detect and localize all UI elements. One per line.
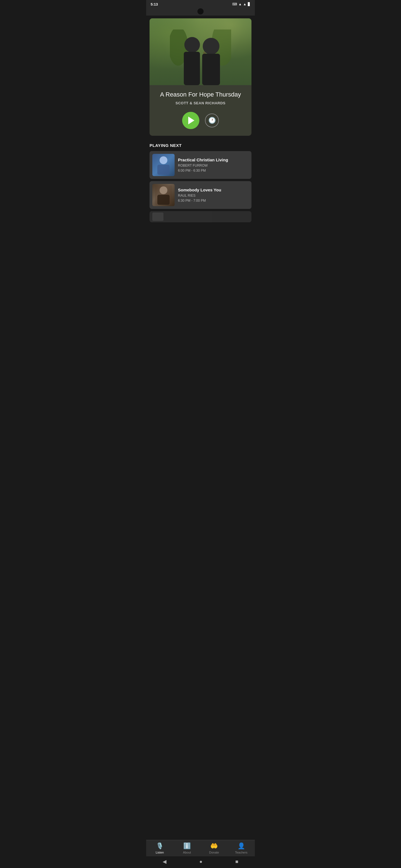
- play-button[interactable]: [182, 112, 199, 129]
- program-time-2: 6:30 PM - 7:00 PM: [178, 199, 249, 203]
- partial-thumb: [152, 213, 164, 221]
- svg-point-3: [184, 37, 200, 53]
- keyboard-icon: ⌨: [232, 2, 237, 6]
- ries-silhouette: [155, 185, 172, 205]
- program-thumb-1: [152, 154, 175, 176]
- playing-next-section: PLAYING NEXT Practical Christian Living …: [146, 138, 255, 227]
- playing-next-label: PLAYING NEXT: [149, 143, 252, 148]
- clock-icon: 🕐: [208, 117, 216, 124]
- signal-icon: ▲: [243, 2, 247, 6]
- play-icon: [188, 117, 194, 124]
- program-title-2: Somebody Loves You: [178, 187, 249, 193]
- svg-rect-12: [152, 213, 164, 221]
- schedule-button[interactable]: 🕐: [205, 114, 219, 127]
- program-time-1: 6:00 PM - 6:30 PM: [178, 168, 249, 173]
- program-card-2[interactable]: Somebody Loves You RAUL RIES 6:30 PM - 7…: [149, 181, 252, 209]
- hosts-image: [170, 30, 231, 85]
- program-thumb-2: [152, 184, 175, 206]
- program-title-1: Practical Christian Living: [178, 157, 249, 163]
- notch-area: [146, 8, 255, 16]
- hero-card: A Reason For Hope Thursday SCOTT & SEAN …: [149, 18, 252, 136]
- partial-program-card: [149, 211, 252, 222]
- hero-image: [149, 18, 252, 85]
- program-host-1: ROBERT FURROW: [178, 163, 249, 167]
- program-info-1: Practical Christian Living ROBERT FURROW…: [178, 157, 249, 173]
- program-host-2: RAUL RIES: [178, 194, 249, 197]
- furrow-thumbnail: [152, 154, 175, 176]
- program-info-2: Somebody Loves You RAUL RIES 6:30 PM - 7…: [178, 187, 249, 203]
- svg-rect-6: [202, 54, 220, 85]
- svg-point-7: [160, 156, 167, 164]
- status-icons: ⌨ ▲ ▲ ▊: [232, 2, 250, 6]
- ries-thumbnail: [152, 184, 175, 206]
- status-time: 5:13: [151, 2, 158, 6]
- svg-rect-11: [155, 185, 172, 205]
- hero-content: A Reason For Hope Thursday SCOTT & SEAN …: [149, 85, 252, 136]
- furrow-silhouette: [155, 155, 172, 175]
- program-card-1[interactable]: Practical Christian Living ROBERT FURROW…: [149, 151, 252, 179]
- hero-controls: 🕐: [154, 112, 247, 129]
- status-bar: 5:13 ⌨ ▲ ▲ ▊: [146, 0, 255, 8]
- svg-rect-8: [157, 165, 170, 175]
- svg-point-5: [203, 38, 220, 55]
- show-title: A Reason For Hope Thursday: [154, 91, 247, 99]
- battery-icon: ▊: [248, 2, 250, 6]
- show-hosts: SCOTT & SEAN RICHARDS: [154, 101, 247, 105]
- camera-notch: [197, 8, 204, 14]
- svg-rect-4: [184, 52, 200, 85]
- wifi-icon: ▲: [238, 2, 242, 6]
